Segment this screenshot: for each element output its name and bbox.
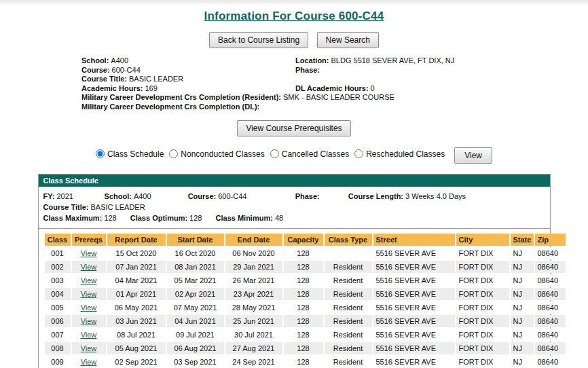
course-title-label: Course Title: <box>81 75 127 83</box>
cell-class: 005 <box>45 301 71 314</box>
cell-class: 002 <box>45 261 71 273</box>
radio-nonconducted-classes[interactable]: Nonconducted Classes <box>169 149 264 159</box>
cell-street: 5516 SEVER AVE <box>373 261 455 273</box>
cell-start-date: 03 Sep 2021 <box>167 356 224 368</box>
table-row: 002View07 Jan 202108 Jan 202129 Jan 2021… <box>45 261 566 273</box>
prereq-row: View Course Prerequisites <box>0 120 588 136</box>
cell-start-date: 02 Apr 2021 <box>167 288 224 300</box>
cell-city: FORT DIX <box>456 261 509 273</box>
table-row: 007View08 Jul 202109 Jul 202130 Jul 2021… <box>45 329 566 341</box>
back-to-course-listing-button[interactable]: Back to Course Listing <box>209 32 308 48</box>
cell-prereqs: View <box>72 329 106 341</box>
cell-class: 001 <box>45 247 71 259</box>
table-row: 003View04 Mar 202105 Mar 202126 Mar 2021… <box>45 274 566 287</box>
class-optimum-value: 128 <box>189 214 202 222</box>
summary-school-label: School: <box>105 192 132 200</box>
column-header-city: City <box>456 234 509 246</box>
cell-state: NJ <box>511 274 534 287</box>
column-header-end-date: End Date <box>225 234 282 246</box>
radio-options-container: Class ScheduleNonconducted ClassesCancel… <box>96 151 450 160</box>
course-value: 600-C44 <box>112 66 141 74</box>
cell-class: 009 <box>45 356 71 368</box>
prereqs-view-link[interactable]: View <box>81 263 97 271</box>
prereqs-view-link[interactable]: View <box>81 290 97 298</box>
radio-input-class-schedule[interactable] <box>96 149 105 158</box>
radio-input-nonconducted-classes[interactable] <box>169 149 178 158</box>
cell-end-date: 30 Jul 2021 <box>225 329 282 341</box>
cell-start-date: 04 Jun 2021 <box>167 315 224 327</box>
class-maximum-label: Class Maximum: <box>43 214 103 222</box>
academic-hours-label: Academic Hours: <box>81 84 143 92</box>
cell-city: FORT DIX <box>456 356 509 368</box>
cell-class: 004 <box>45 288 71 300</box>
cell-city: FORT DIX <box>456 329 509 341</box>
cell-prereqs: View <box>72 356 106 368</box>
course-label: Course: <box>81 66 110 74</box>
school-value: A400 <box>111 56 128 65</box>
cell-prereqs: View <box>72 261 106 273</box>
table-row: 005View06 May 202107 May 202128 May 2021… <box>45 301 566 314</box>
summary-phase-label: Phase: <box>295 192 320 200</box>
radio-input-cancelled-classes[interactable] <box>270 149 279 158</box>
class-minimum-value: 48 <box>275 214 283 222</box>
course-length-value: 3 Weeks 4.0 Days <box>405 192 466 200</box>
cell-city: FORT DIX <box>456 342 509 354</box>
cell-zip: 08640 <box>535 315 566 327</box>
prereqs-view-link[interactable]: View <box>81 358 97 366</box>
cell-city: FORT DIX <box>456 315 509 327</box>
cell-state: NJ <box>511 329 534 341</box>
new-search-button[interactable]: New Search <box>317 32 379 48</box>
dl-academic-hours-label: DL Academic Hours: <box>295 84 369 92</box>
cell-report-date: 01 Apr 2021 <box>107 288 166 300</box>
cell-report-date: 08 Jul 2021 <box>107 329 166 341</box>
cell-capacity: 128 <box>284 274 323 287</box>
summary-course-title-value: BASIC LEADER <box>91 203 145 211</box>
prereqs-view-link[interactable]: View <box>81 249 97 257</box>
cell-zip: 08640 <box>535 301 566 314</box>
fy-label: FY: <box>43 192 55 200</box>
cell-class: 006 <box>45 315 71 327</box>
radio-input-rescheduled-classes[interactable] <box>354 149 363 158</box>
info-line-hours: Academic Hours:169 DL Academic Hours:0 <box>81 84 523 94</box>
column-header-state: State <box>511 234 534 246</box>
cell-capacity: 128 <box>284 315 323 327</box>
column-header-report-date: Report Date <box>107 234 166 246</box>
top-strip <box>0 0 588 3</box>
info-line-mcdc-dl: Military Career Development Crs Completi… <box>81 103 523 112</box>
cell-capacity: 128 <box>284 342 323 354</box>
school-label: School: <box>81 56 109 65</box>
prereqs-view-link[interactable]: View <box>81 317 97 325</box>
location-label: Location: <box>295 56 329 65</box>
cell-state: NJ <box>511 315 534 327</box>
cell-end-date: 23 Apr 2021 <box>225 288 282 300</box>
class-schedule-panel: Class Schedule FY:2021 School:A400 Cours… <box>38 174 551 368</box>
column-header-class: Class <box>45 234 71 246</box>
mcdc-dl-label: Military Career Development Crs Completi… <box>81 103 259 111</box>
course-info: School:A400 Location:BLDG 5518 SEVER AVE… <box>81 56 523 111</box>
cell-start-date: 06 Aug 2021 <box>167 342 224 354</box>
filter-view-button[interactable]: View <box>454 147 492 164</box>
cell-end-date: 29 Jan 2021 <box>225 261 282 273</box>
column-header-street: Street <box>373 234 455 246</box>
cell-street: 5516 SEVER AVE <box>373 329 455 341</box>
prereqs-view-link[interactable]: View <box>81 344 97 352</box>
summary-course-title-label: Course Title: <box>43 203 89 211</box>
view-course-prerequisites-button[interactable]: View Course Prerequisites <box>237 120 350 136</box>
cell-report-date: 06 May 2021 <box>107 301 166 314</box>
cell-zip: 08640 <box>535 247 566 259</box>
prereqs-view-link[interactable]: View <box>81 303 97 312</box>
cell-prereqs: View <box>72 301 106 314</box>
cell-state: NJ <box>511 247 534 259</box>
cell-zip: 08640 <box>535 342 566 354</box>
cell-class-type: Resident <box>325 356 372 368</box>
cell-start-date: 05 Mar 2021 <box>167 274 224 287</box>
cell-prereqs: View <box>72 315 106 327</box>
cell-zip: 08640 <box>535 261 566 273</box>
radio-rescheduled-classes[interactable]: Rescheduled Classes <box>354 149 445 159</box>
prereqs-view-link[interactable]: View <box>81 276 97 284</box>
cell-report-date: 02 Sep 2021 <box>107 356 166 368</box>
cell-capacity: 128 <box>284 301 323 314</box>
radio-cancelled-classes[interactable]: Cancelled Classes <box>270 149 349 159</box>
prereqs-view-link[interactable]: View <box>81 331 97 339</box>
radio-class-schedule[interactable]: Class Schedule <box>96 149 164 159</box>
